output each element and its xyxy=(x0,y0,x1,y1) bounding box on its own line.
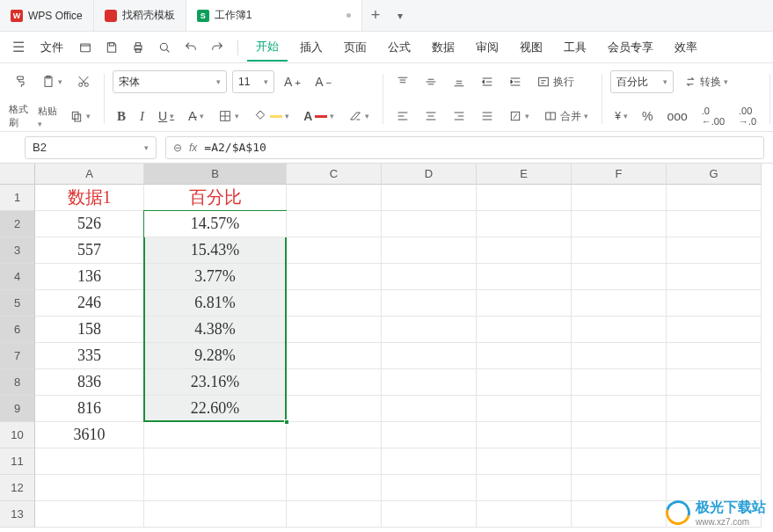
cell[interactable] xyxy=(382,185,477,211)
hamburger-icon[interactable]: ☰ xyxy=(7,35,30,59)
menu-start[interactable]: 开始 xyxy=(247,33,288,62)
paste-label[interactable]: 粘贴 ▾ xyxy=(38,105,60,128)
cell[interactable]: 15.43% xyxy=(144,237,287,264)
cell[interactable] xyxy=(572,475,667,501)
cell[interactable] xyxy=(477,475,572,501)
tab-wps-office[interactable]: W WPS Office xyxy=(0,0,94,31)
cell[interactable] xyxy=(287,211,382,237)
cell[interactable] xyxy=(287,237,382,264)
font-color-icon[interactable]: A▾ xyxy=(299,106,339,126)
cell[interactable] xyxy=(667,317,762,343)
cell[interactable]: 3610 xyxy=(35,422,144,448)
row-header[interactable]: 9 xyxy=(0,396,35,422)
row-header[interactable]: 6 xyxy=(0,317,35,343)
cell[interactable] xyxy=(667,475,762,501)
cell[interactable]: 23.16% xyxy=(144,369,287,396)
row-header[interactable]: 10 xyxy=(0,422,35,448)
bold-button[interactable]: B xyxy=(113,106,130,127)
cell[interactable]: 6.81% xyxy=(144,290,287,317)
row-header[interactable]: 8 xyxy=(0,369,35,396)
cell[interactable] xyxy=(382,448,477,475)
font-name-select[interactable]: 宋体▾ xyxy=(113,70,227,93)
cancel-formula-icon[interactable]: ⊖ xyxy=(173,142,182,154)
cell[interactable] xyxy=(572,317,667,343)
menu-insert[interactable]: 插入 xyxy=(291,34,332,61)
cell[interactable] xyxy=(477,211,572,237)
merge-cells-button[interactable]: 合并▾ xyxy=(539,106,593,127)
cell[interactable]: 335 xyxy=(35,343,144,369)
cell[interactable] xyxy=(382,396,477,422)
cell[interactable] xyxy=(287,343,382,369)
cells-area[interactable]: 数据1百分比52614.57%55715.43%1363.77%2466.81%… xyxy=(35,185,762,528)
cell[interactable] xyxy=(287,264,382,290)
cell[interactable] xyxy=(35,448,144,475)
cell[interactable] xyxy=(667,290,762,317)
cell[interactable]: 22.60% xyxy=(144,396,287,422)
cell[interactable] xyxy=(667,237,762,264)
cell[interactable] xyxy=(287,317,382,343)
cell[interactable] xyxy=(477,343,572,369)
italic-button[interactable]: I xyxy=(135,106,149,127)
cell[interactable] xyxy=(144,448,287,475)
fx-icon[interactable]: fx xyxy=(189,142,197,154)
cell[interactable]: 158 xyxy=(35,317,144,343)
cell[interactable] xyxy=(477,185,572,211)
row-header[interactable]: 1 xyxy=(0,185,35,211)
row-header[interactable]: 5 xyxy=(0,290,35,317)
convert-button[interactable]: 转换▾ xyxy=(679,72,733,92)
redo-icon[interactable] xyxy=(206,36,229,59)
new-tab-button[interactable]: + xyxy=(362,0,390,31)
cell[interactable] xyxy=(382,264,477,290)
justify-icon[interactable] xyxy=(476,106,499,126)
format-painter-label[interactable]: 格式刷 xyxy=(9,103,33,129)
row-header[interactable]: 11 xyxy=(0,448,35,475)
cell[interactable] xyxy=(382,475,477,501)
file-menu[interactable]: 文件 xyxy=(33,36,70,59)
cell[interactable] xyxy=(477,237,572,264)
cell[interactable] xyxy=(287,448,382,475)
tab-template[interactable]: 找稻壳模板 xyxy=(94,0,186,31)
cell[interactable] xyxy=(144,422,287,448)
cell[interactable] xyxy=(572,211,667,237)
cell[interactable]: 数据1 xyxy=(35,185,144,211)
column-header[interactable]: C xyxy=(287,164,382,185)
select-all-corner[interactable] xyxy=(0,164,35,185)
tab-menu-button[interactable]: ▾ xyxy=(389,0,412,31)
indent-increase-icon[interactable] xyxy=(504,72,527,91)
cell[interactable] xyxy=(287,475,382,501)
cell[interactable] xyxy=(382,422,477,448)
font-shrink-icon[interactable]: A− xyxy=(310,72,336,91)
font-size-select[interactable]: 11▾ xyxy=(232,70,274,93)
cell[interactable] xyxy=(667,396,762,422)
cell[interactable] xyxy=(287,369,382,396)
row-header[interactable]: 12 xyxy=(0,475,35,501)
cell[interactable] xyxy=(667,343,762,369)
increase-decimal-icon[interactable]: .00→.0 xyxy=(734,103,761,129)
format-painter-icon[interactable] xyxy=(9,72,32,91)
indent-decrease-icon[interactable] xyxy=(476,72,499,91)
cell[interactable] xyxy=(287,396,382,422)
cell[interactable] xyxy=(477,448,572,475)
cell[interactable] xyxy=(382,501,477,528)
cell[interactable] xyxy=(572,448,667,475)
comma-icon[interactable]: ooo xyxy=(662,106,691,126)
cell[interactable] xyxy=(287,501,382,528)
cell[interactable]: 9.28% xyxy=(144,343,287,369)
cut-icon[interactable] xyxy=(72,72,95,91)
cell[interactable] xyxy=(572,501,667,528)
cell[interactable] xyxy=(667,211,762,237)
percent-icon[interactable]: % xyxy=(638,106,657,126)
row-header[interactable]: 2 xyxy=(0,211,35,237)
menu-formula[interactable]: 公式 xyxy=(379,34,419,61)
name-box[interactable]: B2 ▾ xyxy=(25,136,157,159)
cell[interactable] xyxy=(572,290,667,317)
fill-handle[interactable] xyxy=(284,419,289,425)
cell[interactable] xyxy=(572,343,667,369)
cell[interactable]: 136 xyxy=(35,264,144,290)
menu-page[interactable]: 页面 xyxy=(335,34,376,61)
align-middle-icon[interactable] xyxy=(419,72,442,91)
cell[interactable]: 526 xyxy=(35,211,144,237)
cell[interactable] xyxy=(382,369,477,396)
cell[interactable] xyxy=(572,422,667,448)
menu-efficiency[interactable]: 效率 xyxy=(666,34,706,61)
